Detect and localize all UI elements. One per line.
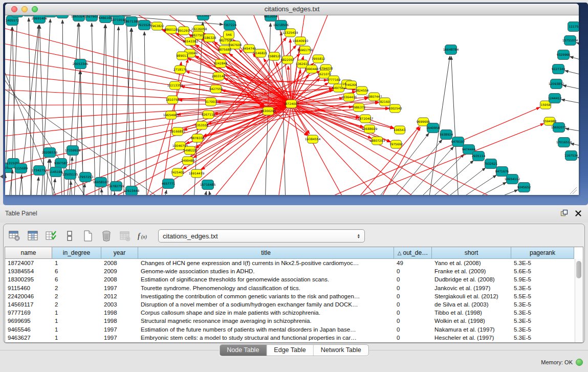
graph-node[interactable]: 10654112 — [505, 174, 520, 184]
graph-node[interactable]: 19384554 — [305, 135, 321, 143]
graph-node[interactable]: 1588520 — [268, 52, 281, 60]
show-columns-icon[interactable] — [26, 229, 39, 243]
graph-node[interactable]: 16033809 — [195, 15, 211, 20]
table-row[interactable]: 969969511998Structural magnetic resonanc… — [5, 317, 583, 325]
delete-table-icon[interactable] — [118, 229, 132, 243]
function-builder-icon[interactable]: f(x) — [137, 229, 150, 243]
tab-node-table[interactable]: Node Table — [220, 345, 266, 356]
graph-node[interactable]: 9777169 — [327, 76, 341, 84]
graph-node[interactable]: 3824554 — [355, 86, 369, 95]
close-panel-icon[interactable] — [575, 210, 582, 217]
table-row[interactable]: 977716911998Corpus callosum shape and si… — [5, 309, 583, 317]
table-row[interactable]: 911546021997Tourette syndrome. Phenomeno… — [5, 284, 583, 292]
graph-node[interactable]: 9146821 — [254, 49, 268, 57]
graph-node[interactable] — [45, 15, 57, 17]
graph-node[interactable]: 82160 — [380, 98, 390, 106]
scrollbar-thumb[interactable] — [576, 261, 581, 278]
column-header-title[interactable]: title — [138, 247, 394, 259]
graph-node[interactable]: 8186328 — [203, 34, 216, 42]
tab-network-table[interactable]: Network Table — [313, 345, 368, 356]
graph-node[interactable]: 15692071 — [551, 123, 567, 133]
table-mode-icon[interactable] — [8, 229, 21, 243]
graph-node[interactable]: 8267110 — [202, 111, 215, 119]
graph-node[interactable]: 7975692 — [389, 140, 403, 148]
graph-node[interactable]: 19218506 — [273, 20, 289, 30]
column-header-year[interactable]: year — [101, 247, 138, 259]
graph-node[interactable] — [57, 15, 69, 18]
table-scrollbar[interactable] — [575, 259, 583, 342]
graph-node[interactable]: 4657771 — [162, 179, 176, 189]
collapse-panel-arrow-icon[interactable] — [0, 174, 3, 179]
graph-node[interactable] — [109, 15, 121, 17]
graph-node[interactable]: 1990448 — [305, 65, 319, 73]
table-row[interactable]: 1456911722003Disruption of a novel membe… — [5, 300, 583, 309]
graph-node[interactable]: 9242848 — [214, 59, 228, 68]
graph-node[interactable]: 546 — [224, 31, 234, 39]
graph-node[interactable]: 1640954 — [426, 123, 440, 133]
table-row[interactable]: 1830029562008Estimation of significance … — [5, 275, 583, 283]
graph-node[interactable]: 7955812 — [312, 55, 325, 63]
graph-node[interactable]: 196543 — [394, 126, 406, 134]
graph-node[interactable]: 17016514 — [556, 138, 572, 147]
graph-node[interactable]: 1002543 — [388, 104, 402, 113]
graph-node[interactable]: 2718176 — [173, 65, 187, 74]
tab-edge-table[interactable]: Edge Table — [266, 345, 313, 356]
zoom-window-icon[interactable] — [32, 6, 38, 12]
column-header-name[interactable]: name — [5, 247, 52, 259]
memory-status-indicator[interactable] — [576, 359, 583, 366]
table-row[interactable]: 946362711997Embryonic stem cells: a mode… — [5, 334, 583, 342]
graph-node[interactable]: 9329966 — [557, 50, 571, 60]
graph-node[interactable]: 7963822 — [150, 22, 164, 30]
graph-node[interactable]: 16648784 — [443, 45, 459, 55]
graph-node[interactable]: 16958107 — [93, 178, 109, 187]
graph-node[interactable]: 7425402 — [171, 168, 185, 177]
graph-node[interactable]: 8813054 — [264, 15, 278, 21]
network-window-titlebar[interactable]: citations_edges.txt — [5, 4, 579, 15]
graph-node[interactable]: 9245652 — [517, 183, 531, 192]
graph-node[interactable]: 1353559 — [195, 121, 209, 129]
graph-node[interactable]: 891293 — [178, 27, 190, 35]
network-canvas[interactable]: 1872400779638228860128891293232260589827… — [5, 15, 579, 195]
graph-node[interactable]: 20364436 — [341, 93, 357, 101]
graph-node[interactable]: 20053346 — [73, 59, 89, 69]
graph-node[interactable]: 7986372 — [352, 103, 366, 112]
graph-node[interactable]: 7615526 — [138, 20, 151, 30]
graph-node[interactable]: 989013 — [177, 52, 188, 60]
graph-node[interactable]: 746266 — [345, 81, 357, 89]
table-row[interactable]: 946554611997Estimation of the future num… — [5, 325, 583, 334]
graph-node[interactable]: 1527602 — [85, 15, 99, 21]
graph-node[interactable]: 8427552 — [209, 85, 223, 93]
graph-node[interactable] — [121, 15, 133, 16]
graph-node[interactable]: 19166852 — [170, 127, 186, 136]
select-columns-icon[interactable] — [45, 229, 58, 243]
minimize-window-icon[interactable] — [21, 6, 28, 12]
delete-column-icon[interactable] — [100, 229, 113, 243]
column-header-short[interactable]: short — [432, 247, 511, 259]
column-header-in_degree[interactable]: in_degree — [52, 247, 101, 259]
graph-node[interactable]: 9227349 — [552, 64, 565, 74]
graph-node[interactable]: 12923448 — [124, 186, 140, 195]
graph-node[interactable]: 15751074 — [562, 36, 578, 46]
graph-node[interactable]: 2499489 — [181, 157, 195, 165]
graph-node[interactable]: 16640910 — [293, 37, 309, 45]
table-row[interactable]: 1872400712008Changes of HCN gene express… — [5, 259, 583, 267]
graph-node[interactable]: 16914479 — [189, 169, 205, 178]
graph-node[interactable]: 7357224 — [223, 20, 237, 30]
graph-node[interactable]: 9397587 — [54, 159, 68, 168]
graph-node[interactable]: 1145194 — [49, 167, 63, 177]
graph-node[interactable]: 7932621 — [484, 159, 498, 169]
float-window-icon[interactable] — [560, 209, 568, 217]
graph-node[interactable]: 8860128 — [164, 26, 178, 34]
graph-node[interactable]: 6479197 — [451, 137, 465, 147]
graph-node[interactable] — [23, 15, 35, 16]
graph-node[interactable]: 9875685 — [218, 46, 232, 54]
graph-node[interactable]: 1167534 — [564, 151, 578, 161]
row-height-icon[interactable] — [63, 229, 76, 243]
graph-node[interactable]: 16782759 — [108, 182, 124, 191]
graph-node[interactable]: 1244413 — [548, 94, 562, 103]
graph-node[interactable]: 6822057 — [281, 56, 295, 64]
table-selector-dropdown[interactable]: citations_edges.txt ▲▼ — [158, 229, 365, 243]
graph-node[interactable]: 15716485 — [200, 180, 216, 190]
graph-node[interactable]: 2935114 — [472, 151, 486, 161]
graph-node[interactable]: 17342757 — [32, 166, 48, 176]
